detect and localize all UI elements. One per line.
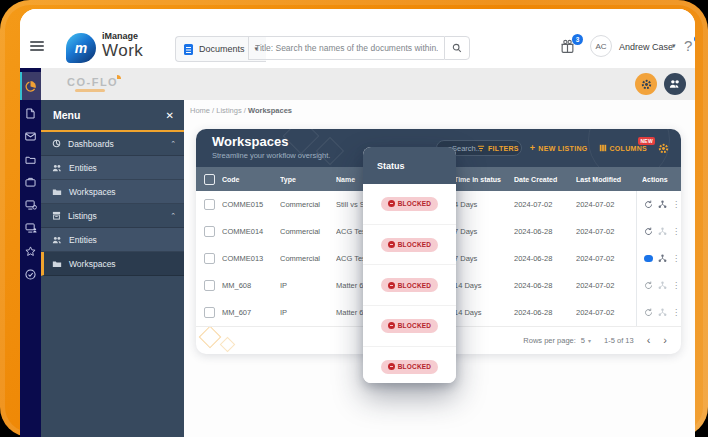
coflo-pie-icon (113, 75, 121, 83)
rows-per-page-label: Rows per page: (523, 336, 576, 345)
panel-settings-button[interactable] (658, 143, 669, 154)
more-icon[interactable]: ⋮ (672, 254, 680, 263)
brand-bottom: Work (102, 42, 143, 59)
cell-modified: 2024-07-02 (576, 272, 638, 299)
status-label: BLOCKED (398, 200, 432, 207)
rail-item-user-admin[interactable] (20, 220, 41, 236)
row-checkbox[interactable] (204, 199, 215, 210)
brand-text: iManage Work (102, 32, 143, 59)
filters-button[interactable]: FILTERS (477, 145, 519, 152)
hierarchy-icon[interactable] (658, 254, 667, 263)
pagination-range: 1-5 of 13 (604, 336, 634, 345)
menu-item-label: Dashboards (68, 139, 114, 149)
menu-item-dashboards[interactable]: Dashboards ⌃ (41, 132, 184, 156)
more-icon[interactable]: ⋮ (672, 281, 680, 290)
rail-item-documents[interactable] (20, 105, 41, 121)
rail-item-approvals[interactable] (20, 266, 41, 282)
breadcrumb-listings[interactable]: Listings (216, 106, 241, 115)
user-menu-caret-icon[interactable]: ▾ (672, 42, 676, 50)
top-bar: m iManage Work Documents ▾ 3 AC An (20, 9, 695, 68)
more-icon[interactable]: ⋮ (672, 227, 680, 236)
users-icon (669, 79, 681, 89)
plus-icon: + (530, 143, 536, 153)
rail-item-favorites[interactable] (20, 243, 41, 259)
more-icon[interactable]: ⋮ (672, 200, 680, 209)
cell-code: COMME014 (222, 218, 278, 245)
menu-panel: Menu ✕ Dashboards ⌃ Entities Workspaces … (41, 100, 184, 437)
hierarchy-icon[interactable] (658, 227, 667, 236)
select-all-checkbox[interactable] (204, 174, 215, 185)
col-header-last-modified[interactable]: Last Modified (576, 167, 638, 191)
coflo-tagline (75, 89, 105, 92)
breadcrumb-home[interactable]: Home (190, 106, 210, 115)
new-listing-button[interactable]: + NEW LISTING (530, 143, 588, 153)
status-label: BLOCKED (398, 282, 432, 289)
users-fab[interactable] (664, 73, 686, 95)
cell-code: COMME015 (222, 191, 278, 218)
rail-item-matters[interactable] (20, 174, 41, 190)
close-icon[interactable]: ✕ (166, 110, 174, 121)
status-column-body: BLOCKED BLOCKED BLOCKED BLOCKED BLOCKED (363, 184, 456, 383)
hierarchy-icon[interactable] (658, 281, 667, 290)
col-header-code[interactable]: Code (222, 167, 278, 191)
rows-per-page-select[interactable]: 5 ▾ (581, 336, 591, 345)
row-checkbox[interactable] (204, 253, 215, 264)
row-checkbox[interactable] (204, 307, 215, 318)
cell-created: 2024-06-28 (514, 218, 574, 245)
status-column-header[interactable]: Status (363, 147, 456, 184)
menu-item-dashboards-entities[interactable]: Entities (41, 156, 184, 180)
help-button[interactable]: ? (684, 37, 692, 54)
cell-type: Commercial (280, 218, 334, 245)
refresh-icon[interactable] (644, 281, 653, 290)
col-header-type[interactable]: Type (280, 167, 334, 191)
menu-title: Menu (53, 109, 80, 121)
hierarchy-icon[interactable] (658, 308, 667, 317)
panel-title: Workspaces (212, 134, 288, 149)
folder-icon (52, 260, 62, 268)
next-page-button[interactable]: › (663, 335, 667, 346)
cell-code: COMME013 (222, 245, 278, 272)
sync-active-icon[interactable] (644, 255, 653, 262)
chevron-up-icon: ⌃ (170, 140, 176, 148)
status-label: BLOCKED (398, 241, 432, 248)
status-label: BLOCKED (398, 322, 432, 329)
global-search (248, 36, 444, 60)
row-checkbox[interactable] (204, 226, 215, 237)
search-button[interactable] (444, 36, 470, 60)
status-column-drag-preview[interactable]: Status BLOCKED BLOCKED BLOCKED BLOCKED B… (363, 147, 456, 383)
global-search-input[interactable] (249, 37, 444, 59)
rows-per-page-value: 5 (581, 336, 585, 345)
coflo-logo: CO-FLO (67, 76, 121, 88)
users-icon (52, 236, 62, 244)
rail-item-admin[interactable] (20, 197, 41, 213)
menu-item-dashboards-workspaces[interactable]: Workspaces (41, 180, 184, 204)
rail-item-folders[interactable] (20, 151, 41, 167)
columns-button[interactable]: COLUMNS NEW (599, 144, 648, 152)
avatar[interactable]: AC (590, 35, 612, 57)
refresh-icon[interactable] (644, 227, 653, 236)
star-icon (25, 246, 36, 257)
more-icon[interactable]: ⋮ (672, 308, 680, 317)
check-circle-icon (25, 269, 36, 280)
hamburger-menu-icon[interactable] (30, 41, 44, 51)
menu-item-listings-workspaces[interactable]: Workspaces (41, 252, 184, 276)
refresh-icon[interactable] (644, 308, 653, 317)
breadcrumb: Home / Listings / Workspaces (190, 106, 292, 115)
settings-fab[interactable] (635, 73, 657, 95)
row-checkbox[interactable] (204, 280, 215, 291)
menu-item-listings-entities[interactable]: Entities (41, 228, 184, 252)
status-badge: BLOCKED (381, 278, 439, 292)
refresh-icon[interactable] (644, 200, 653, 209)
col-header-date-created[interactable]: Date Created (514, 167, 574, 191)
status-label: BLOCKED (398, 363, 432, 370)
menu-item-listings[interactable]: Listings ⌃ (41, 204, 184, 228)
prev-page-button[interactable]: ‹ (647, 335, 651, 346)
rail-item-dashboards[interactable] (20, 72, 41, 100)
cell-code: MM_607 (222, 299, 278, 326)
blocked-icon (388, 241, 395, 248)
hierarchy-icon[interactable] (658, 200, 667, 209)
rail-item-mail[interactable] (20, 128, 41, 144)
cell-type: IP (280, 272, 334, 299)
columns-label: COLUMNS (610, 145, 648, 152)
col-header-time-in-status[interactable]: Time in status (454, 167, 512, 191)
